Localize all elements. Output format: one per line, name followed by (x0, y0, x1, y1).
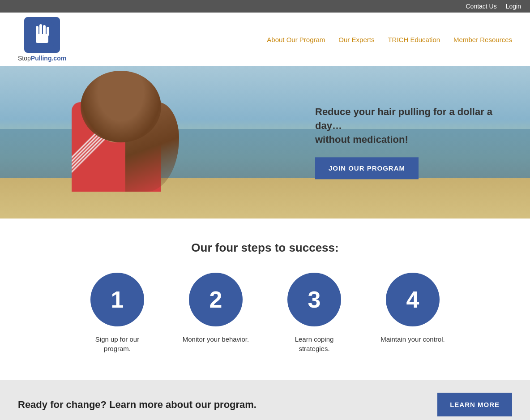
step-label-4: Maintain your control. (380, 334, 445, 344)
nav-trich-education[interactable]: TRICH Education (388, 36, 440, 43)
step-item-1: 1 Sign up for our program. (81, 273, 153, 353)
contact-us-link[interactable]: Contact Us (466, 3, 496, 10)
cta-banner: Ready for change? Learn more about our p… (0, 380, 530, 420)
nav-about-program[interactable]: About Our Program (267, 36, 325, 43)
hand-svg (30, 21, 55, 48)
nav-member-resources[interactable]: Member Resources (453, 36, 512, 43)
step-label-1: Sign up for our program. (81, 334, 153, 353)
steps-grid: 1 Sign up for our program. 2 Monitor you… (18, 273, 512, 353)
step-circle-1: 1 (90, 273, 144, 326)
cta-text: Ready for change? Learn more about our p… (18, 399, 256, 411)
step-circle-4: 4 (386, 273, 440, 326)
header: StopPulling.com About Our Program Our Ex… (0, 13, 530, 66)
step-circle-3: 3 (287, 273, 341, 326)
top-bar: Contact Us Login (0, 0, 530, 13)
step-label-3: Learn coping strategies. (278, 334, 350, 353)
logo[interactable]: StopPulling.com (18, 17, 66, 62)
person-hair (81, 71, 161, 142)
svg-rect-3 (39, 24, 42, 36)
hero-content: Reduce your hair pulling for a dollar a … (315, 105, 503, 179)
hero-person (45, 66, 197, 219)
join-program-button[interactable]: JOIN OUR PROGRAM (315, 158, 419, 180)
step-circle-2: 2 (189, 273, 243, 326)
logo-text: StopPulling.com (18, 55, 66, 62)
step-item-2: 2 Monitor your behavior. (180, 273, 252, 353)
svg-rect-2 (36, 26, 38, 36)
learn-more-button[interactable]: LEARN MORE (437, 393, 512, 416)
steps-section: Our four steps to success: 1 Sign up for… (0, 219, 530, 380)
steps-title: Our four steps to success: (18, 241, 512, 255)
svg-rect-4 (43, 25, 46, 36)
step-label-2: Monitor your behavior. (183, 334, 249, 344)
hero-section: Reduce your hair pulling for a dollar a … (0, 66, 530, 219)
step-item-3: 3 Learn coping strategies. (278, 273, 350, 353)
logo-icon (24, 17, 60, 53)
step-item-4: 4 Maintain your control. (377, 273, 449, 353)
svg-rect-5 (47, 27, 49, 36)
nav-our-experts[interactable]: Our Experts (338, 36, 374, 43)
login-link[interactable]: Login (506, 3, 521, 10)
main-nav: About Our Program Our Experts TRICH Educ… (267, 36, 512, 43)
hero-headline: Reduce your hair pulling for a dollar a … (315, 105, 503, 146)
